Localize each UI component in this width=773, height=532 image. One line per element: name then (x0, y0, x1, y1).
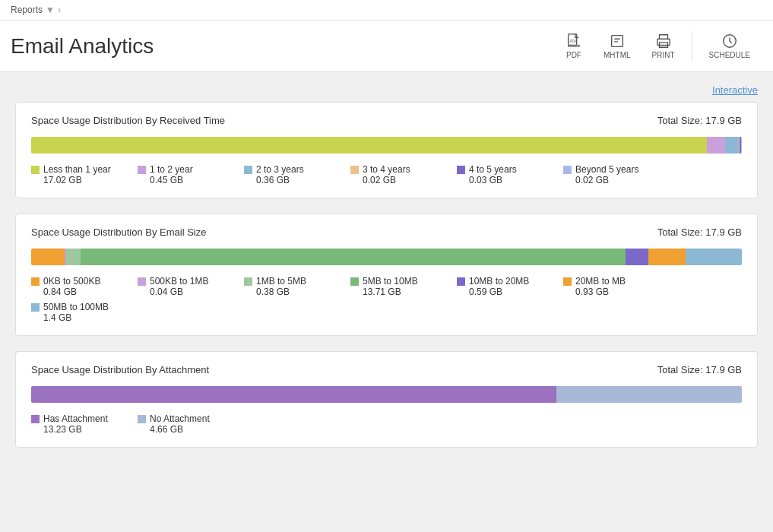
legend-label-text: 500KB to 1MB (150, 276, 208, 287)
legend-label-text: 20MB to MB (575, 276, 626, 287)
legend-label: 10MB to 20MB (457, 276, 540, 287)
card-title: Space Usage Distribution By Attachment (31, 364, 209, 375)
mhtml-button[interactable]: MHTML (596, 30, 638, 62)
legend-value: 0.84 GB (31, 287, 115, 297)
legend-item: No Attachment4.66 GB (138, 413, 221, 435)
breadcrumb-reports[interactable]: Reports (11, 5, 43, 15)
interactive-link[interactable]: Interactive (712, 84, 758, 96)
card-header: Space Usage Distribution By Received Tim… (31, 115, 742, 126)
page-header: Email Analytics PDF PDF MHTML (0, 21, 773, 72)
bar-chart (31, 249, 742, 265)
legend-value: 0.02 GB (350, 175, 434, 185)
legend: 0KB to 500KB0.84 GB500KB to 1MB0.04 GB1M… (31, 276, 742, 323)
main-content: Interactive Space Usage Distribution By … (0, 72, 773, 475)
svg-rect-2 (611, 36, 623, 47)
legend-color-swatch (31, 277, 40, 286)
legend-label-text: 10MB to 20MB (469, 276, 529, 287)
legend-color-swatch (457, 166, 465, 174)
legend-item: 20MB to MB0.93 GB (563, 276, 647, 297)
bar-segment (741, 137, 742, 154)
legend-item: 4 to 5 years0.03 GB (457, 164, 540, 185)
legend-label-text: 1MB to 5MB (256, 276, 306, 287)
legend-color-swatch (31, 166, 40, 174)
legend: Less than 1 year17.02 GB1 to 2 year0.45 … (31, 164, 742, 185)
legend-label: 50MB to 100MB (31, 302, 115, 312)
chart-card-chart3: Space Usage Distribution By AttachmentTo… (15, 351, 758, 448)
legend-label: 3 to 4 years (350, 164, 434, 175)
legend-label-text: 1 to 2 year (150, 164, 193, 175)
legend-color-swatch (31, 303, 40, 312)
card-total: Total Size: 17.9 GB (657, 364, 742, 375)
bar-segment (81, 249, 625, 265)
legend-item: 10MB to 20MB0.59 GB (457, 276, 540, 297)
legend-color-swatch (563, 277, 572, 286)
toolbar: PDF PDF MHTML PRINT (558, 30, 758, 62)
legend-color-swatch (138, 277, 146, 286)
legend-label: No Attachment (138, 413, 221, 424)
legend-label-text: 50MB to 100MB (43, 302, 109, 312)
mhtml-label: MHTML (604, 51, 631, 59)
charts-container: Space Usage Distribution By Received Tim… (15, 102, 758, 448)
interactive-link-container: Interactive (15, 84, 758, 96)
card-total: Total Size: 17.9 GB (657, 226, 742, 238)
legend-value: 13.23 GB (31, 424, 115, 435)
legend-color-swatch (31, 415, 40, 423)
legend-item: 1MB to 5MB0.38 GB (244, 276, 328, 297)
pdf-label: PDF (566, 51, 581, 59)
print-icon (655, 33, 672, 49)
legend-value: 1.4 GB (31, 312, 115, 323)
legend-label: 2 to 3 years (244, 164, 328, 175)
legend-label-text: Has Attachment (43, 413, 108, 424)
bar-segment (686, 249, 742, 265)
legend-value: 0.02 GB (563, 175, 647, 185)
breadcrumb-separator: › (58, 5, 61, 15)
legend: Has Attachment13.23 GBNo Attachment4.66 … (31, 413, 742, 435)
print-label: PRINT (652, 51, 675, 59)
bar-segment (648, 249, 686, 265)
legend-label: Has Attachment (31, 413, 115, 424)
legend-value: 0.04 GB (138, 287, 221, 297)
legend-label-text: 4 to 5 years (469, 164, 517, 175)
legend-label-text: 5MB to 10MB (363, 276, 418, 287)
bar-segment (626, 249, 649, 265)
bar-segment (31, 386, 556, 403)
toolbar-divider (692, 31, 692, 62)
legend-value: 13.71 GB (350, 287, 434, 297)
chart-card-chart2: Space Usage Distribution By Email SizeTo… (15, 214, 758, 336)
legend-label-text: Beyond 5 years (575, 164, 638, 175)
page-title: Email Analytics (11, 34, 154, 59)
bar-chart (31, 137, 742, 154)
schedule-icon (721, 33, 738, 49)
legend-value: 0.38 GB (244, 287, 328, 297)
legend-label-text: 0KB to 500KB (43, 276, 100, 287)
legend-label: Beyond 5 years (563, 164, 647, 175)
legend-item: 0KB to 500KB0.84 GB (31, 276, 115, 297)
bar-segment (707, 137, 724, 154)
breadcrumb: Reports ▼ › (0, 0, 773, 21)
mhtml-icon (609, 33, 626, 49)
legend-item: Has Attachment13.23 GB (31, 413, 115, 435)
bar-segment (725, 137, 740, 154)
legend-label: 4 to 5 years (457, 164, 540, 175)
legend-value: 0.59 GB (457, 287, 540, 297)
legend-value: 0.93 GB (563, 287, 647, 297)
legend-value: 4.66 GB (138, 424, 221, 435)
legend-color-swatch (350, 166, 359, 174)
legend-item: 3 to 4 years0.02 GB (350, 164, 434, 185)
bar-segment (31, 249, 65, 265)
card-header: Space Usage Distribution By AttachmentTo… (31, 364, 742, 375)
schedule-label: SCHEDULE (709, 51, 750, 59)
bar-segment (31, 137, 707, 154)
legend-value: 17.02 GB (31, 175, 115, 185)
legend-color-swatch (244, 166, 252, 174)
pdf-button[interactable]: PDF PDF (558, 30, 590, 62)
legend-value: 0.45 GB (138, 175, 221, 185)
print-button[interactable]: PRINT (645, 30, 683, 62)
legend-value: 0.36 GB (244, 175, 328, 185)
legend-item: Beyond 5 years0.02 GB (563, 164, 647, 185)
legend-label-text: 3 to 4 years (363, 164, 410, 175)
legend-label: 5MB to 10MB (350, 276, 434, 287)
legend-label-text: 2 to 3 years (256, 164, 304, 175)
schedule-button[interactable]: SCHEDULE (702, 30, 758, 62)
legend-color-swatch (138, 415, 146, 423)
